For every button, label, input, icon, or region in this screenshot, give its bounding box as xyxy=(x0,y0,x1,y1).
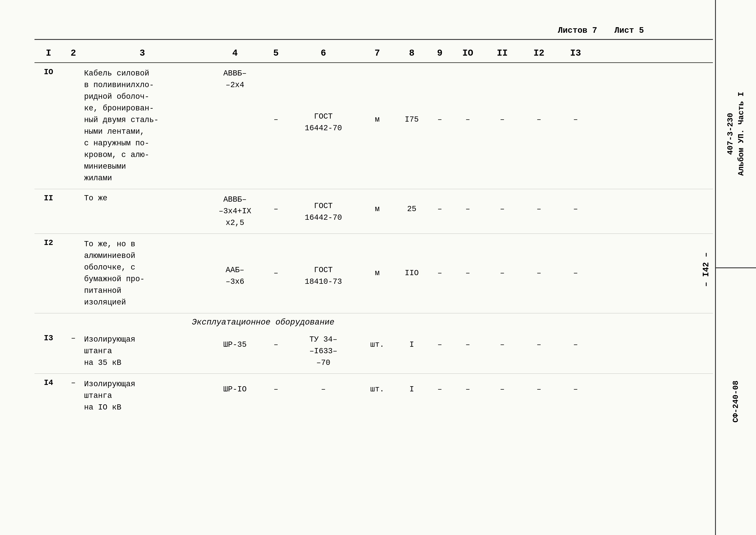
row-12-col3: То же, но валюминиевойоболочке, сбумажно… xyxy=(84,239,205,308)
row-14-col7: шт. xyxy=(360,379,394,394)
row-14-col11: – xyxy=(485,379,520,394)
top-border xyxy=(35,39,713,40)
row-10-col12: – xyxy=(520,68,558,124)
col-headers-row: I 2 3 4 5 6 7 8 9 IO II I2 I3 xyxy=(35,44,713,63)
col-header-9: 9 xyxy=(429,48,450,58)
col-header-10: IO xyxy=(450,48,485,58)
col-header-1: I xyxy=(35,48,63,58)
row-10-col3: Кабель силовойв поливинилхло-ридной обол… xyxy=(84,68,205,184)
row-14-col3: Изолирующаяштангана IO кВ xyxy=(84,379,205,413)
sidebar-code: СФ-240-08 xyxy=(731,380,740,422)
row-10-col8: I75 xyxy=(394,68,429,124)
row-10-col11: – xyxy=(485,68,520,124)
listov-label: Листов 7 xyxy=(558,26,597,35)
row-10-col6: ГОСТ16442-70 xyxy=(287,68,360,134)
table-area: IO Кабель силовойв поливинилхло-ридной о… xyxy=(35,63,713,418)
sidebar-top: 407-3-230 Альбом УП. Часть I xyxy=(715,0,756,268)
listov-row: Листов 7 Лист 5 xyxy=(35,26,713,35)
table-row: II То же АВВБ––3х4+IХх2,5 – ГОСТ16442-70… xyxy=(35,189,713,234)
col-header-11: II xyxy=(485,48,520,58)
row-12-col8: IIO xyxy=(394,239,429,277)
col-header-3: 3 xyxy=(84,48,205,58)
doc-number: 407-3-230 xyxy=(726,113,735,155)
row-12-col7: м xyxy=(360,239,394,277)
row-10-col13: – xyxy=(558,68,593,124)
row-12-col12: – xyxy=(520,239,558,277)
table-row: I2 То же, но валюминиевойоболочке, сбума… xyxy=(35,234,713,313)
row-10-col4: АВВБ––2х4 xyxy=(205,68,265,91)
table-row: IO Кабель силовойв поливинилхло-ридной о… xyxy=(35,63,713,189)
col-header-7: 7 xyxy=(360,48,394,58)
row-10-col5: – xyxy=(265,68,287,124)
row-13-col7: шт. xyxy=(360,334,394,349)
row-14-col12: – xyxy=(520,379,558,394)
row-13-col10: – xyxy=(450,334,485,349)
row-11-col8: 25 xyxy=(394,194,429,213)
row-14-col2: – xyxy=(63,379,84,387)
row-14-col6: – xyxy=(287,379,360,394)
row-11-col7: м xyxy=(360,194,394,213)
col-header-6: 6 xyxy=(287,48,360,58)
row-13-col6: ТУ 34––I633––70 xyxy=(287,334,360,369)
row-13-col3: Изолирующаяштангана 35 кВ xyxy=(84,334,205,369)
row-13-col13: – xyxy=(558,334,593,349)
row-11-col6: ГОСТ16442-70 xyxy=(287,194,360,224)
section-header: Эксплуатационное оборудование xyxy=(35,313,713,329)
row-10-col9: – xyxy=(429,68,450,124)
row-11-col5: – xyxy=(265,194,287,213)
row-13-col5: – xyxy=(265,334,287,349)
row-12-col13: – xyxy=(558,239,593,277)
row-14-col4: ШР-IO xyxy=(205,379,265,394)
row-11-col1: II xyxy=(35,194,63,203)
row-14-col1: I4 xyxy=(35,379,63,387)
row-13-col9: – xyxy=(429,334,450,349)
row-12-col4: ААБ––3х6 xyxy=(205,239,265,288)
col-header-12: I2 xyxy=(520,48,558,58)
row-14-col8: I xyxy=(394,379,429,394)
row-13-col2: – xyxy=(63,334,84,343)
col-header-13: I3 xyxy=(558,48,593,58)
row-11-col12: – xyxy=(520,194,558,213)
page-number: – I42 – xyxy=(701,252,711,287)
row-14-col10: – xyxy=(450,379,485,394)
row-12-col1: I2 xyxy=(35,239,63,247)
row-13-col12: – xyxy=(520,334,558,349)
row-10-col1: IO xyxy=(35,68,63,76)
header-area: Листов 7 Лист 5 xyxy=(35,26,713,40)
row-11-col3: То же xyxy=(84,194,205,203)
col-header-4: 4 xyxy=(205,48,265,58)
row-11-col9: – xyxy=(429,194,450,213)
row-11-col10: – xyxy=(450,194,485,213)
col-header-5: 5 xyxy=(265,48,287,58)
album-label: Альбом УП. Часть I xyxy=(737,92,746,176)
row-12-col11: – xyxy=(485,239,520,277)
row-13-col8: I xyxy=(394,334,429,349)
row-12-col10: – xyxy=(450,239,485,277)
page: Листов 7 Лист 5 I 2 3 4 5 6 7 8 9 IO II … xyxy=(0,0,756,535)
row-11-col11: – xyxy=(485,194,520,213)
row-10-col7: м xyxy=(360,68,394,124)
row-14-col9: – xyxy=(429,379,450,394)
row-13-col4: ШР-35 xyxy=(205,334,265,349)
row-14-col5: – xyxy=(265,379,287,394)
table-row: I4 – Изолирующаяштангана IO кВ ШР-IO – –… xyxy=(35,374,713,418)
sidebar-top-text: 407-3-230 Альбом УП. Часть I xyxy=(725,92,747,176)
row-11-col13: – xyxy=(558,194,593,213)
col-header-2: 2 xyxy=(63,48,84,58)
sidebar-bottom: СФ-240-08 xyxy=(715,268,756,535)
sidebar-bottom-text: СФ-240-08 xyxy=(731,380,741,422)
row-13-col1: I3 xyxy=(35,334,63,343)
row-14-col13: – xyxy=(558,379,593,394)
row-12-col9: – xyxy=(429,239,450,277)
row-11-col4: АВВБ––3х4+IХх2,5 xyxy=(205,194,265,229)
row-12-col6: ГОСТ18410-73 xyxy=(287,239,360,288)
row-13-col11: – xyxy=(485,334,520,349)
col-header-8: 8 xyxy=(394,48,429,58)
row-12-col5: – xyxy=(265,239,287,277)
table-row: I3 – Изолирующаяштангана 35 кВ ШР-35 – Т… xyxy=(35,329,713,374)
list-label: Лист 5 xyxy=(614,26,644,35)
row-10-col10: – xyxy=(450,68,485,124)
